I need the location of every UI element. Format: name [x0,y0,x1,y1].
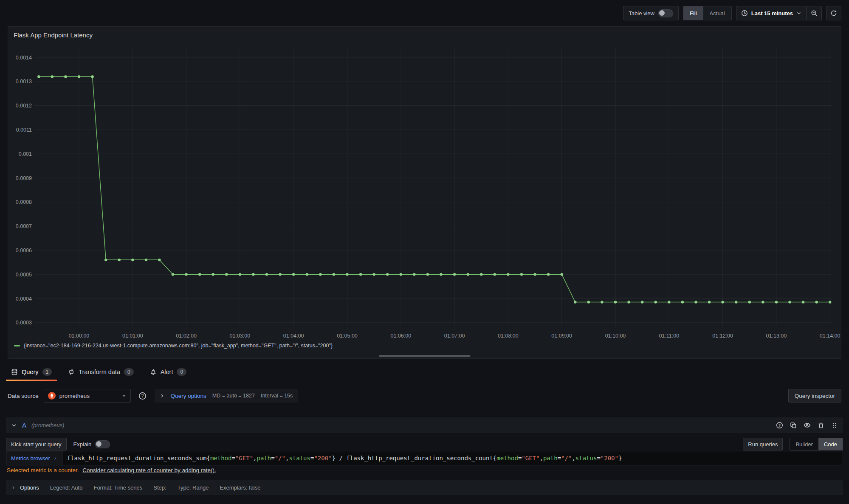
svg-text:01:08:00: 01:08:00 [498,333,519,339]
svg-text:01:09:00: 01:09:00 [551,333,572,339]
tab-alert-badge: 0 [177,368,186,376]
query-help-icon[interactable]: ? [776,422,783,429]
time-range-label: Last 15 minutes [751,10,793,17]
datasource-help-button[interactable]: ? [136,389,149,403]
remove-query-trash-icon[interactable] [818,422,824,429]
explain-label: Explain [73,441,92,448]
query-row-header[interactable]: A (prometheus) ? [6,417,843,433]
legend-series-label: {instance="ec2-184-169-216-224.us-west-1… [24,343,333,349]
svg-text:0.0004: 0.0004 [16,296,32,302]
svg-text:01:13:00: 01:13:00 [766,333,787,339]
svg-text:01:12:00: 01:12:00 [712,333,733,339]
run-queries-button[interactable]: Run queries [743,438,783,451]
tab-alert-label: Alert [161,369,173,375]
query-options-collapsed-row[interactable]: Options Legend: Auto Format: Time series… [6,480,843,495]
fill-actual-group: Fill Actual [683,6,732,20]
grafana-panel-editor: Table view Fill Actual Last 15 minutes [0,0,849,504]
tab-query[interactable]: Query 1 [6,362,57,382]
svg-text:01:06:00: 01:06:00 [390,333,411,339]
svg-text:0.0013: 0.0013 [16,79,32,84]
svg-text:?: ? [778,423,781,428]
table-view-label: Table view [629,10,654,17]
query-toolbar-row: Kick start your query Explain Run querie… [6,437,843,451]
svg-text:0.0012: 0.0012 [16,103,32,109]
prometheus-icon [48,392,56,400]
chart-legend[interactable]: {instance="ec2-184-169-216-224.us-west-1… [14,343,333,349]
datasource-row: Data source prometheus ? Query options M… [8,387,841,404]
hide-response-eye-icon[interactable] [804,422,811,429]
tab-transform-data[interactable]: Transform data 0 [63,362,138,382]
table-view-toggle[interactable] [658,9,673,17]
options-format: Format: Time series [93,484,142,491]
svg-text:01:03:00: 01:03:00 [230,333,251,339]
panel-title: Flask App Endpoint Latency [14,31,93,39]
help-circle-icon: ? [138,392,147,400]
horizontal-scrollbar[interactable] [379,355,470,357]
code-button[interactable]: Code [818,438,843,450]
table-view-group: Table view [623,6,679,20]
tab-transform-label: Transform data [79,369,120,375]
svg-text:0.001: 0.001 [19,151,32,157]
refresh-button[interactable] [826,6,841,20]
datasource-label: Data source [8,393,39,399]
query-options-group[interactable]: Query options MD = auto = 1827 Interval … [155,389,298,403]
query-datasource-hint: (prometheus) [31,422,64,428]
time-range-group: Last 15 minutes [736,6,822,20]
warning-rate-link[interactable]: Consider calculating rate of counter by … [82,467,216,473]
options-type: Type: Range [178,484,209,491]
promql-query-input[interactable]: flask_http_request_duration_seconds_sum{… [62,451,843,465]
time-range-picker[interactable]: Last 15 minutes [736,6,807,20]
clock-icon [741,10,748,17]
database-icon [11,369,18,375]
svg-text:01:10:00: 01:10:00 [605,333,626,339]
tab-alert[interactable]: Alert 0 [145,362,192,382]
explain-toggle[interactable] [95,440,110,448]
kick-start-query-button[interactable]: Kick start your query [6,438,67,451]
builder-code-group: Builder Code [790,438,843,451]
svg-text:0.0003: 0.0003 [16,320,32,326]
svg-text:0.0011: 0.0011 [16,127,32,133]
zoom-out-icon [811,10,818,17]
builder-button[interactable]: Builder [790,438,818,450]
query-inspector-button[interactable]: Query inspector [788,389,841,403]
svg-text:01:02:00: 01:02:00 [176,333,197,339]
query-input-row: Metrics browser flask_http_request_durat… [6,451,843,465]
tab-query-badge: 1 [42,368,52,376]
transform-icon [68,369,75,375]
options-label: Options [20,484,39,491]
bell-icon [150,369,157,375]
svg-text:01:01:00: 01:01:00 [122,333,143,339]
zoom-out-button[interactable] [807,6,822,20]
options-legend: Legend: Auto [50,484,83,491]
datasource-select[interactable]: prometheus [44,389,131,403]
actual-button[interactable]: Actual [703,6,731,20]
drag-handle-icon[interactable] [831,422,838,429]
metrics-browser-button[interactable]: Metrics browser [6,451,62,465]
options-step: Step: [153,484,166,491]
chevron-down-icon [796,11,801,16]
chevron-down-icon [121,393,127,398]
svg-text:0.0006: 0.0006 [16,248,32,253]
svg-text:?: ? [141,394,144,398]
query-options-interval: Interval = 15s [261,393,293,399]
svg-text:01:05:00: 01:05:00 [337,333,358,339]
fill-button[interactable]: Fill [683,6,703,20]
svg-text:0.0014: 0.0014 [16,55,32,61]
refresh-icon [830,10,837,17]
metrics-browser-label: Metrics browser [11,455,50,462]
svg-text:01:07:00: 01:07:00 [444,333,465,339]
panel-editor-topbar: Table view Fill Actual Last 15 minutes [0,0,849,26]
editor-tabs: Query 1 Transform data 0 Alert 0 [6,362,192,382]
chevron-right-icon [11,485,16,490]
svg-text:0.0008: 0.0008 [16,199,32,205]
warning-text: Selected metric is a counter. [7,467,79,473]
duplicate-query-icon[interactable] [790,422,797,429]
collapse-chevron-icon[interactable] [11,422,17,428]
svg-text:01:00:00: 01:00:00 [69,333,90,339]
tab-query-label: Query [22,369,39,375]
svg-text:01:14:00: 01:14:00 [820,333,841,339]
latency-panel: Flask App Endpoint Latency 0.00140.00130… [8,26,841,359]
counter-warning-row: Selected metric is a counter. Consider c… [7,467,216,473]
latency-chart[interactable]: 0.00140.00130.00120.00110.0010.00090.000… [8,39,841,343]
options-exemplars: Exemplars: false [220,484,260,491]
